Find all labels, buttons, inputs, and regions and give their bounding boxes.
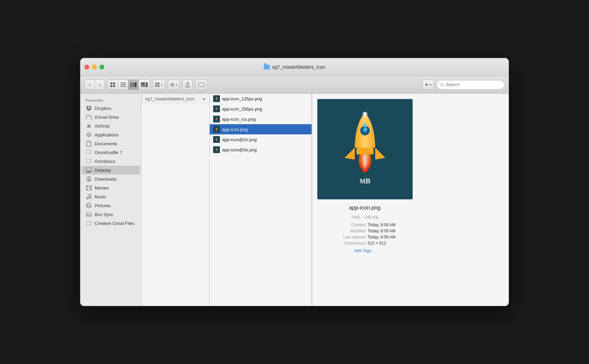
sidebar-item-dropbox[interactable]: Dropbox (80, 104, 141, 113)
traffic-lights (84, 65, 104, 69)
sidebar-item-pictures[interactable]: Pictures (80, 201, 141, 210)
share-button[interactable] (182, 80, 193, 90)
close-button[interactable] (84, 65, 89, 69)
meta-modified-label: Modified (350, 229, 366, 233)
sidebar-item-creative-cloud[interactable]: Creative Cloud Files (80, 219, 141, 228)
main-content: Favorites Dropbox iCloud Drive (80, 94, 509, 306)
action-button[interactable]: ⚙ ▾ (168, 80, 180, 90)
search-box[interactable] (436, 80, 505, 89)
file-item-5[interactable]: app-icon@2x.png (210, 134, 312, 145)
sidebar-item-applications[interactable]: Applications (80, 130, 141, 139)
svg-rect-29 (86, 168, 92, 171)
group-icon (155, 83, 160, 87)
meta-dimensions-label: Dimensions (344, 241, 366, 246)
list-view-button[interactable] (118, 80, 128, 90)
downloads-sidebar-icon (86, 176, 92, 182)
back-button[interactable]: ‹ (84, 80, 95, 90)
group-button[interactable]: ▾ (153, 80, 165, 90)
svg-rect-7 (130, 82, 131, 87)
music-sidebar-icon (86, 194, 92, 200)
breadcrumb-chevron-icon: ▶ (203, 97, 206, 101)
search-input[interactable] (446, 82, 501, 87)
sidebar-item-desktop-label: Desktop (95, 168, 111, 173)
icloud-sidebar-icon (86, 114, 92, 120)
icon-view-button[interactable] (108, 80, 118, 90)
nav-buttons: ‹ › (84, 80, 105, 90)
sidebar-item-documents-label: Documents (95, 141, 117, 146)
sidebar-item-icloud[interactable]: iCloud Drive (80, 113, 141, 121)
sidebar-item-omnigraffle[interactable]: OmniGraffle 7 (80, 148, 141, 157)
sidebar-item-omnidocs[interactable]: OmniDocs (80, 157, 141, 166)
preview-pane: MB app-icon.png PNG – 248 KB Created Tod… (312, 94, 417, 306)
dropbox-button[interactable]: ✦ ▾ (422, 80, 434, 90)
sidebar-item-music[interactable]: Music (80, 192, 141, 201)
sidebar-item-movies[interactable]: Movies (80, 183, 141, 192)
action-chevron-icon: ▾ (176, 83, 177, 86)
file-item-6-label: app-icon@3x.png (222, 147, 308, 152)
tag-icon (198, 82, 205, 87)
maximize-button[interactable] (99, 65, 104, 69)
add-tags-button[interactable]: Add Tags… (354, 248, 376, 253)
gear-icon: ⚙ (170, 82, 175, 87)
sidebar-item-downloads[interactable]: Downloads (80, 175, 141, 183)
file-thumb-2 (213, 105, 220, 112)
svg-rect-1 (113, 82, 115, 84)
list-view-icon (121, 82, 126, 87)
file-item-6[interactable]: app-icon@3x.png (210, 145, 312, 155)
gallery-view-button[interactable] (139, 80, 150, 90)
svg-rect-35 (86, 186, 87, 187)
file-item-3-label: app-icon_ico.png (222, 117, 308, 122)
sidebar: Favorites Dropbox iCloud Drive (80, 94, 142, 306)
svg-rect-36 (90, 186, 91, 187)
svg-point-59 (363, 123, 367, 128)
svg-point-21 (441, 83, 443, 85)
file-item-4[interactable]: app-icon.png (210, 124, 312, 134)
file-item-3[interactable]: app-icon_ico.png (210, 114, 312, 124)
sidebar-item-movies-label: Movies (95, 185, 109, 191)
sidebar-item-desktop[interactable]: Desktop (82, 166, 140, 175)
sidebar-item-omnigraffle-label: OmniGraffle 7 (95, 150, 122, 155)
applications-sidebar-icon (86, 132, 92, 138)
svg-rect-10 (134, 82, 137, 87)
preview-metadata: PNG – 248 KB Created Today, 8:58 AM Modi… (318, 215, 412, 253)
file-thumb-6 (213, 146, 220, 153)
share-icon (185, 82, 190, 87)
svg-rect-8 (132, 82, 132, 87)
svg-text:MB: MB (360, 177, 370, 185)
folder-icon (264, 65, 270, 69)
svg-point-40 (87, 198, 89, 199)
svg-rect-15 (146, 82, 148, 87)
svg-point-58 (365, 128, 367, 130)
icon-view-icon (110, 82, 116, 87)
file-item-2[interactable]: app-icon_256px.png (210, 104, 312, 114)
svg-text:BOX: BOX (86, 213, 92, 216)
meta-last-opened-label: Last opened (343, 235, 366, 239)
sidebar-item-airdrop[interactable]: AirDrop (80, 121, 141, 130)
file-thumb-3 (213, 116, 220, 122)
rocket-illustration: MB (331, 107, 399, 192)
forward-button[interactable]: › (95, 80, 105, 90)
sidebar-item-box-sync[interactable]: BOX Box Sync (80, 210, 141, 219)
desktop-sidebar-icon (86, 167, 92, 173)
file-item-1[interactable]: app-icon_125px.png (210, 94, 312, 104)
svg-line-22 (443, 85, 444, 86)
movies-sidebar-icon (86, 185, 92, 191)
meta-modified-value: Today, 8:58 AM (368, 229, 412, 233)
svg-rect-28 (86, 159, 91, 162)
meta-modified-row: Modified Today, 8:58 AM (318, 229, 412, 233)
sidebar-item-applications-label: Applications (95, 132, 118, 137)
titlebar: og7_masterblasters_icon (80, 58, 509, 76)
preview-filename: app-icon.png (349, 205, 381, 211)
sidebar-item-dropbox-label: Dropbox (95, 106, 111, 111)
meta-dimensions-row: Dimensions 512 × 512 (318, 241, 412, 246)
minimize-button[interactable] (92, 65, 97, 69)
column-view-button[interactable] (128, 80, 139, 90)
tag-button[interactable] (195, 80, 208, 90)
sidebar-item-documents[interactable]: Documents (80, 139, 141, 148)
svg-rect-16 (155, 83, 157, 84)
sidebar-item-box-sync-label: Box Sync (95, 212, 113, 217)
svg-point-55 (363, 112, 367, 115)
file-thumb-4 (213, 126, 220, 133)
window-title: og7_masterblasters_icon (272, 64, 325, 70)
meta-created-row: Created Today, 8:58 AM (318, 222, 412, 227)
